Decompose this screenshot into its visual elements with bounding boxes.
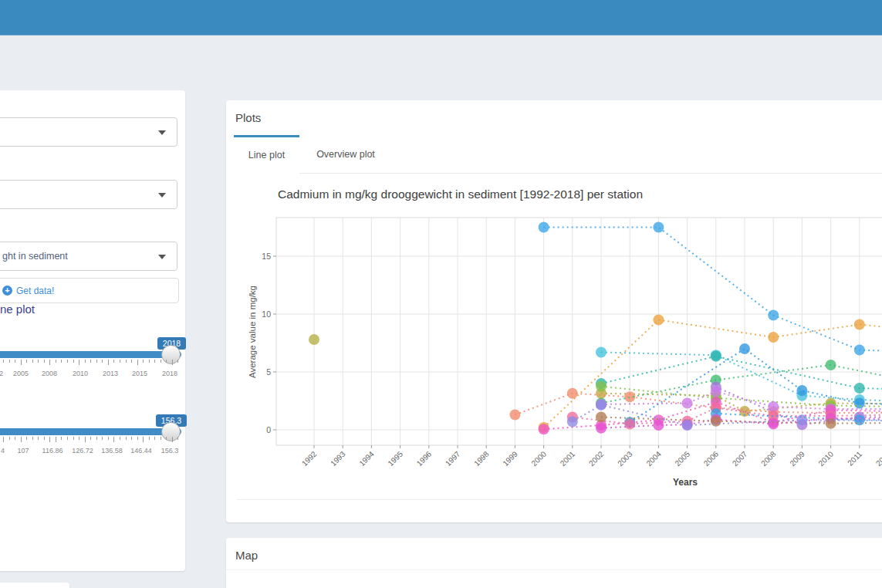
x-tick-label: 2002 <box>587 449 606 468</box>
data-point <box>596 347 607 358</box>
slider-tick <box>161 360 161 363</box>
select-input-2[interactable] <box>0 180 177 209</box>
value-slider-track[interactable] <box>0 428 181 435</box>
slider-tick-label: 4 <box>1 447 5 455</box>
slider-tick <box>143 437 144 442</box>
app-stage: ght in sediment + Get data! ne plot 2018… <box>0 0 882 588</box>
slider-tick <box>49 437 50 442</box>
x-tick-label: 1997 <box>444 449 462 468</box>
next-card-peek <box>0 583 69 588</box>
slider-tick <box>154 437 155 440</box>
slider-tick <box>102 360 103 363</box>
slider-tick-label: 2008 <box>42 370 57 377</box>
slider-tick <box>79 360 79 365</box>
data-point <box>596 412 607 423</box>
map-header-divider <box>226 569 882 570</box>
x-tick-label: 1999 <box>501 449 519 468</box>
select-input-1[interactable] <box>0 117 177 147</box>
slider-tick <box>137 437 138 440</box>
slider-tick-label: 156.3 <box>161 447 179 455</box>
data-point <box>653 420 664 431</box>
slider-tick <box>73 437 74 440</box>
select-3-value: ght in sediment <box>2 251 68 262</box>
data-point <box>854 398 865 409</box>
year-slider-track[interactable] <box>0 351 181 358</box>
x-tick-label: 2012 <box>874 449 882 468</box>
slider-tick <box>21 437 22 442</box>
x-tick-label: 1998 <box>472 449 491 468</box>
chevron-down-icon <box>158 130 166 135</box>
data-point <box>653 222 664 233</box>
controls-panel <box>0 90 185 571</box>
slider-tick <box>38 437 39 440</box>
x-tick-label: 2010 <box>817 449 836 468</box>
x-tick-label: 1992 <box>300 449 319 468</box>
data-point <box>826 360 836 370</box>
slider-tick <box>67 437 68 440</box>
slider-tick <box>131 437 132 440</box>
slider-tick <box>172 360 173 365</box>
data-point <box>711 416 721 427</box>
data-point <box>796 385 807 396</box>
slider-tick <box>108 437 109 440</box>
plot-area <box>276 218 882 445</box>
slider-tick-label: 107 <box>17 447 29 455</box>
data-point <box>567 417 578 427</box>
slider-tick <box>96 360 97 363</box>
slider-tick <box>137 360 138 365</box>
slider-tick <box>32 360 33 363</box>
slider-tick <box>85 437 86 442</box>
x-tick-label: 1996 <box>415 449 434 468</box>
select-input-parameter[interactable]: ght in sediment <box>0 242 177 271</box>
data-point <box>768 310 779 321</box>
slider-tick-label: 2015 <box>132 370 147 377</box>
slider-tick-label: 136.58 <box>101 447 123 455</box>
chevron-down-icon <box>158 193 166 198</box>
tab-overview-plot[interactable]: Overview plot <box>299 135 392 174</box>
x-tick-label: 1994 <box>357 449 376 468</box>
slider-tick-label: 126.72 <box>72 447 93 455</box>
slider-tick <box>85 360 86 363</box>
data-point <box>739 343 750 354</box>
slider-tick <box>113 437 114 442</box>
x-tick-label: 2001 <box>559 449 577 468</box>
slider-tick <box>49 360 50 365</box>
chevron-down-icon <box>158 255 166 259</box>
data-point <box>653 315 664 326</box>
data-point <box>682 420 693 431</box>
x-tick-label: 2009 <box>788 449 806 468</box>
line-plot-canvas[interactable]: 0510151992199319941995199619971998199920… <box>226 208 882 494</box>
slider-tick <box>154 360 155 363</box>
get-data-button[interactable]: + Get data! <box>0 278 179 303</box>
chart-title: Cadmium in mg/kg drooggewicht in sedimen… <box>278 188 643 201</box>
data-point <box>768 332 779 343</box>
data-point <box>624 419 635 430</box>
slider-tick <box>96 437 97 440</box>
slider-tick <box>149 360 150 363</box>
x-tick-label: 2007 <box>731 449 749 468</box>
slider-tick <box>26 360 27 363</box>
x-tick-label: 2005 <box>674 449 692 468</box>
slider-tick <box>67 360 68 363</box>
top-navbar <box>0 0 882 35</box>
slider-tick-label: 2 <box>0 370 3 377</box>
slider-tick <box>120 437 120 440</box>
line-plot-section-label: ne plot <box>0 302 35 316</box>
data-point <box>711 387 721 397</box>
y-tick-label: 5 <box>266 367 271 377</box>
slider-tick-label: 2018 <box>162 370 177 377</box>
x-tick-label: 2003 <box>616 449 634 468</box>
data-point <box>768 419 779 430</box>
slider-tick <box>9 437 10 440</box>
slider-tick <box>21 360 22 365</box>
slider-tick <box>15 437 15 440</box>
data-point <box>539 222 549 233</box>
data-point <box>596 381 607 392</box>
slider-tick <box>61 360 62 363</box>
slider-tick <box>113 360 114 363</box>
data-point <box>854 345 865 356</box>
data-point <box>509 410 520 421</box>
data-point <box>309 334 319 345</box>
tab-line-plot[interactable]: Line plot <box>234 135 299 174</box>
y-tick-label: 10 <box>262 309 271 319</box>
